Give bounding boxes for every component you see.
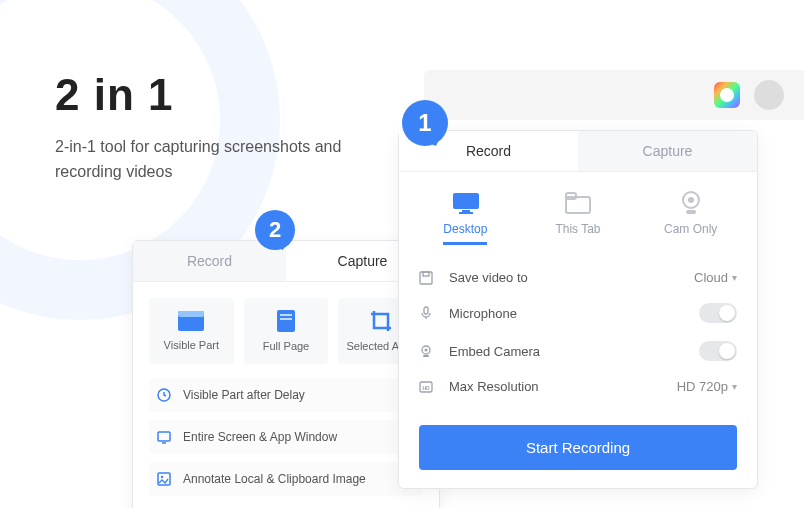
- svg-point-8: [161, 476, 163, 478]
- setting-label: Embed Camera: [449, 344, 699, 359]
- setting-embed-camera: Embed Camera: [419, 332, 737, 370]
- badge-two: 2: [255, 210, 295, 250]
- svg-rect-2: [277, 310, 295, 332]
- svg-rect-7: [158, 473, 170, 485]
- embed-camera-icon: [419, 344, 439, 358]
- setting-label: Save video to: [449, 270, 694, 285]
- hd-icon: HD: [419, 380, 439, 394]
- microphone-icon: [419, 306, 439, 320]
- svg-point-15: [688, 197, 694, 203]
- tab-icon: [564, 192, 592, 214]
- hero-subtitle: 2-in-1 tool for capturing screenshots an…: [55, 135, 355, 185]
- camera-toggle[interactable]: [699, 341, 737, 361]
- svg-rect-17: [420, 272, 432, 284]
- hero-title: 2 in 1: [55, 70, 174, 120]
- extension-icon[interactable]: [714, 82, 740, 108]
- item-visible-delay[interactable]: Visible Part after Delay: [149, 378, 423, 412]
- svg-rect-4: [280, 318, 292, 320]
- record-tabs: Record Capture: [399, 131, 757, 172]
- setting-label: Max Resolution: [449, 379, 677, 394]
- svg-rect-22: [423, 355, 429, 357]
- badge-one: 1: [402, 100, 448, 146]
- setting-label: Microphone: [449, 306, 699, 321]
- desktop-icon: [451, 192, 479, 214]
- mode-label: This Tab: [555, 222, 600, 236]
- full-page-icon: [275, 310, 297, 332]
- svg-point-21: [425, 349, 428, 352]
- mode-cam-only[interactable]: Cam Only: [651, 192, 731, 245]
- svg-rect-9: [453, 193, 479, 209]
- crop-icon: [370, 310, 392, 332]
- svg-rect-18: [423, 272, 429, 276]
- visible-part-icon: [178, 311, 204, 331]
- capture-panel: Record Capture Visible Part Full Page Se…: [132, 240, 440, 508]
- mode-label: Desktop: [443, 222, 487, 245]
- clock-icon: [157, 388, 173, 402]
- svg-rect-16: [686, 210, 696, 214]
- setting-save-to[interactable]: Save video to Cloud ▾: [419, 261, 737, 294]
- microphone-toggle[interactable]: [699, 303, 737, 323]
- camera-icon: [677, 192, 705, 214]
- tile-full-page[interactable]: Full Page: [244, 298, 329, 364]
- svg-rect-6: [158, 432, 170, 441]
- item-label: Entire Screen & App Window: [183, 430, 337, 444]
- item-label: Annotate Local & Clipboard Image: [183, 472, 366, 486]
- mode-label: Cam Only: [664, 222, 717, 236]
- mode-desktop[interactable]: Desktop: [425, 192, 505, 245]
- svg-rect-1: [178, 311, 204, 317]
- svg-rect-3: [280, 314, 292, 316]
- avatar-icon[interactable]: [754, 80, 784, 110]
- tab-record[interactable]: Record: [133, 241, 286, 282]
- chevron-down-icon: ▾: [732, 381, 737, 392]
- setting-microphone: Microphone: [419, 294, 737, 332]
- browser-toolbar: [424, 70, 804, 120]
- svg-rect-11: [459, 212, 473, 214]
- image-icon: [157, 472, 173, 486]
- setting-value: Cloud: [694, 270, 728, 285]
- screen-icon: [157, 430, 173, 444]
- tile-visible-part[interactable]: Visible Part: [149, 298, 234, 364]
- start-recording-button[interactable]: Start Recording: [419, 425, 737, 470]
- svg-text:HD: HD: [422, 384, 430, 390]
- svg-rect-19: [424, 307, 428, 314]
- item-annotate[interactable]: Annotate Local & Clipboard Image: [149, 462, 423, 496]
- setting-value: HD 720p: [677, 379, 728, 394]
- tile-label: Visible Part: [164, 339, 219, 351]
- setting-max-resolution[interactable]: HD Max Resolution HD 720p ▾: [419, 370, 737, 403]
- chevron-down-icon: ▾: [732, 272, 737, 283]
- item-label: Visible Part after Delay: [183, 388, 305, 402]
- item-entire-screen[interactable]: Entire Screen & App Window: [149, 420, 423, 454]
- mode-this-tab[interactable]: This Tab: [538, 192, 618, 245]
- save-icon: [419, 271, 439, 285]
- svg-rect-10: [462, 210, 470, 212]
- tile-label: Full Page: [263, 340, 309, 352]
- record-panel: Record Capture Desktop This Tab Cam Only: [398, 130, 758, 489]
- tab-capture[interactable]: Capture: [578, 131, 757, 172]
